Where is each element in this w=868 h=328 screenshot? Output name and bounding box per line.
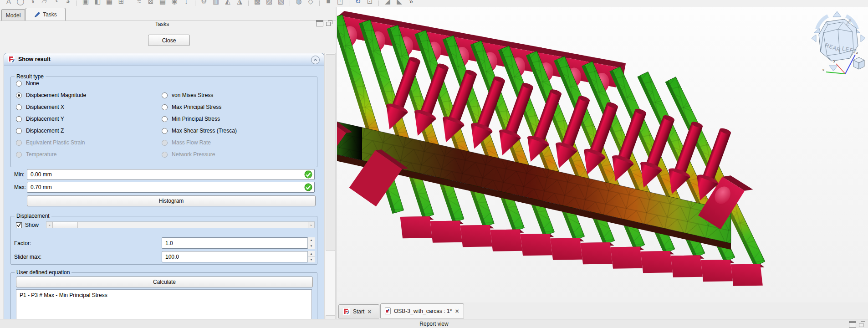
nav-arrow-down-icon[interactable] — [829, 66, 837, 71]
nav-arrow-right-icon[interactable] — [861, 35, 865, 42]
collapse-chevron-icon[interactable] — [311, 56, 320, 64]
radio-circle[interactable] — [162, 128, 168, 134]
displacement-slider[interactable]: ◂ ▸ — [46, 221, 315, 228]
toolbar-separator — [319, 0, 320, 6]
mesh-group-icon[interactable]: ⊞ — [115, 0, 127, 7]
histogram-button[interactable]: Histogram — [27, 195, 316, 206]
min-input[interactable] — [27, 169, 315, 180]
ellipsoid-icon[interactable]: ◑ — [26, 0, 38, 7]
radio-von-mises[interactable]: von Mises Stress — [162, 92, 213, 98]
cut-mesh-icon[interactable]: ⊠ — [145, 0, 157, 7]
close-button[interactable]: Close — [148, 35, 190, 46]
axis-x-label: x — [822, 68, 824, 72]
sphere-icon[interactable]: ◯ — [15, 0, 26, 7]
radio-label: Displacement Magnitude — [26, 92, 86, 98]
pattern-a-icon[interactable]: ▩ — [251, 0, 263, 7]
arrow-down-icon[interactable]: ↓ — [180, 0, 192, 7]
tab-tasks[interactable]: Tasks — [26, 8, 66, 21]
radio-circle[interactable] — [16, 104, 22, 110]
pattern-c-icon[interactable]: ▧ — [275, 0, 287, 7]
diamond-icon[interactable]: ◇ — [305, 0, 317, 7]
plane-icon[interactable]: ▱ — [38, 0, 50, 7]
factor-spinbox[interactable]: ▲▼ — [162, 237, 315, 249]
radio-circle[interactable] — [16, 81, 22, 87]
calculate-button-label: Calculate — [153, 279, 176, 285]
tab-start-label: Start — [353, 308, 364, 315]
factor-input[interactable] — [162, 237, 315, 249]
section-icon[interactable]: ◔ — [50, 0, 62, 7]
tab-start-page[interactable]: Start × — [338, 304, 379, 318]
tab-document-osb[interactable]: OSB-3_with_carcas : 1* × — [380, 303, 464, 318]
slider-thumb[interactable] — [52, 222, 78, 228]
shape-text-icon[interactable]: A — [3, 0, 15, 7]
toolbar-overflow-icon[interactable]: » — [405, 0, 417, 7]
document-tabstrip: Start × OSB-3_with_carcas : 1* × — [337, 302, 868, 319]
prism-up-icon[interactable]: ◭ — [222, 0, 234, 7]
radio-displacement-x[interactable]: Displacement X — [16, 104, 64, 110]
mesh-box-icon[interactable]: ▣ — [80, 0, 92, 7]
show-result-header[interactable]: Show result — [4, 53, 324, 66]
radio-max-principal[interactable]: Max Principal Stress — [162, 104, 221, 110]
mesh-shape-icon[interactable]: ◧ — [92, 0, 103, 7]
calculate-button[interactable]: Calculate — [16, 277, 313, 287]
radio-none[interactable]: None — [16, 80, 39, 87]
radio-circle-selected[interactable] — [16, 92, 22, 98]
max-input[interactable] — [27, 182, 315, 193]
lattice-icon[interactable]: ⊡ — [364, 0, 376, 7]
radio-circle[interactable] — [16, 116, 22, 122]
report-float-icon[interactable] — [859, 321, 865, 327]
constraint-gear-icon[interactable]: ⚙ — [198, 0, 210, 7]
equation-legend: User defined equation — [15, 269, 71, 276]
radio-displacement-magnitude[interactable]: Displacement Magnitude — [16, 92, 86, 98]
corner-b-icon[interactable]: ◣ — [393, 0, 405, 7]
mesh-info-icon[interactable]: ▤ — [157, 0, 168, 7]
slider-max-spinbox[interactable]: ▲▼ — [162, 251, 315, 262]
radio-circle[interactable] — [162, 92, 168, 98]
equation-textarea[interactable]: P1 - P3 # Max - Min Principal Stress — [16, 289, 312, 319]
frame-icon[interactable]: ◰ — [334, 0, 346, 7]
radio-displacement-y[interactable]: Displacement Y — [16, 116, 64, 122]
mesh-region-icon[interactable]: ▦ — [103, 0, 115, 7]
boolean-icon[interactable]: ◕ — [62, 0, 74, 7]
pattern-b-icon[interactable]: ▨ — [263, 0, 275, 7]
slider-max-spin-buttons[interactable]: ▲▼ — [307, 251, 315, 262]
radio-circle[interactable] — [16, 128, 22, 134]
slider-right-arrow-icon[interactable]: ▸ — [308, 222, 314, 228]
tab-model[interactable]: Model — [1, 9, 25, 21]
radio-label: Temperature — [26, 151, 56, 158]
navigation-cube[interactable]: REAR TOP LEFT x y z — [810, 10, 867, 78]
radio-max-shear[interactable]: Max Shear Stress (Tresca) — [162, 128, 237, 134]
radio-label: Max Principal Stress — [172, 104, 221, 110]
toolbar-separator — [378, 0, 379, 6]
nav-arrow-up-icon[interactable] — [833, 11, 841, 17]
solid-icon[interactable]: ■ — [322, 0, 334, 7]
radio-circle[interactable] — [162, 116, 168, 122]
3d-viewport[interactable]: REAR TOP LEFT x y z — [337, 7, 868, 302]
radio-circle[interactable] — [162, 104, 168, 110]
scrollbar-thumb[interactable] — [326, 54, 335, 251]
ripple-icon[interactable]: ≈ — [133, 0, 145, 7]
radio-displacement-z[interactable]: Displacement Z — [16, 128, 64, 134]
nav-mini-cube-icon[interactable] — [853, 57, 864, 69]
tab-document-close-icon[interactable]: × — [455, 308, 459, 314]
slider-max-input[interactable] — [162, 251, 315, 262]
prism-down-icon[interactable]: ◮ — [234, 0, 245, 7]
panel-scrollbar[interactable]: ▼ — [324, 53, 336, 326]
grid-icon[interactable]: ▥ — [210, 0, 222, 7]
slider-left-arrow-icon[interactable]: ◂ — [46, 222, 52, 228]
radio-min-principal[interactable]: Min Principal Stress — [162, 116, 220, 122]
slider-track[interactable] — [78, 222, 308, 228]
tab-start-close-icon[interactable]: × — [368, 309, 371, 314]
show-checkbox[interactable] — [16, 222, 22, 228]
node-set-icon[interactable]: ◉ — [168, 0, 180, 7]
corner-a-icon[interactable]: ◢ — [382, 0, 393, 7]
nav-arrow-left-icon[interactable] — [812, 35, 816, 42]
shaded-sphere-icon[interactable]: ◍ — [293, 0, 305, 7]
factor-spin-buttons[interactable]: ▲▼ — [307, 237, 315, 249]
refresh-icon[interactable]: ↻ — [352, 0, 364, 7]
nav-cube-body[interactable]: REAR TOP LEFT — [819, 18, 858, 61]
radio-label: Min Principal Stress — [172, 116, 220, 122]
float-window-icon[interactable] — [326, 20, 332, 26]
report-dock-icon[interactable] — [849, 321, 856, 328]
dock-window-icon[interactable] — [316, 20, 323, 26]
